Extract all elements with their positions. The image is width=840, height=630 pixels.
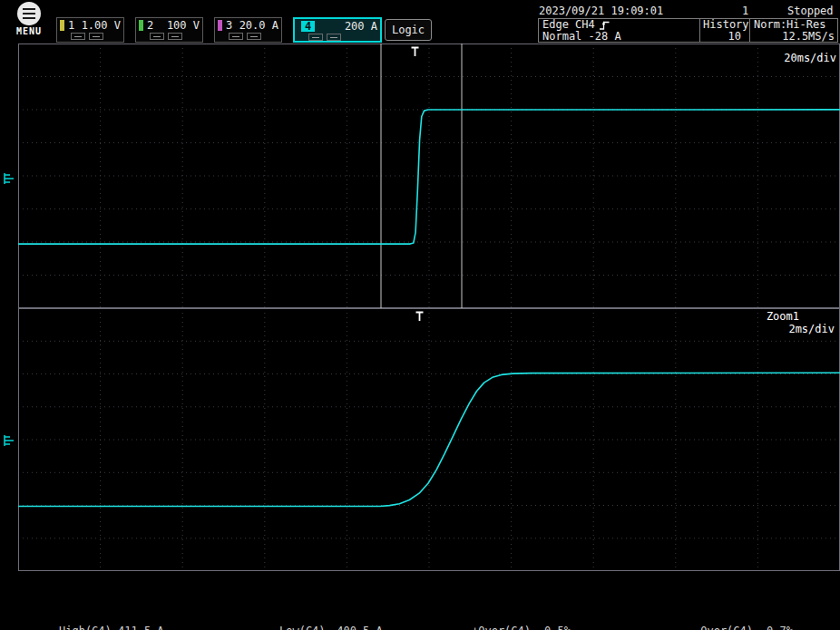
menu-label: MENU bbox=[9, 26, 49, 36]
channel-1-button[interactable]: 1 1.00 V bbox=[56, 17, 124, 43]
divider bbox=[699, 19, 700, 42]
trigger-status-panel[interactable]: Edge CH4 Normal -28 A History 10 Norm:Hi… bbox=[538, 18, 838, 43]
divider bbox=[749, 19, 750, 42]
zoom-timebase-label: 2ms/div bbox=[788, 323, 835, 335]
coupling-icon bbox=[308, 34, 323, 41]
pos-overshoot-value: 0.5% bbox=[544, 625, 571, 630]
coupling-icon bbox=[150, 33, 164, 40]
neg-overshoot-label: -Over(C4) bbox=[694, 625, 767, 630]
probe-icon bbox=[247, 33, 261, 40]
probe-icon bbox=[89, 33, 103, 40]
pos-overshoot-label: +Over(C4) bbox=[472, 625, 544, 630]
run-state-label: Stopped bbox=[787, 5, 834, 17]
high-label: High(C4) bbox=[59, 625, 118, 630]
history-label: History bbox=[703, 19, 749, 31]
trigger-mode-label: Normal -28 A bbox=[542, 31, 621, 43]
coupling-icon bbox=[71, 33, 85, 40]
trigger-position-marker[interactable] bbox=[415, 311, 425, 322]
channel-3-number: 3 bbox=[226, 20, 232, 31]
hamburger-menu-icon bbox=[17, 2, 41, 25]
neg-overshoot-value: 0.7% bbox=[767, 625, 793, 630]
channel-4-button[interactable]: 4 200 A bbox=[293, 17, 382, 43]
high-value: 411.5 A bbox=[118, 625, 164, 630]
menu-button[interactable]: MENU bbox=[9, 2, 49, 36]
rising-edge-icon bbox=[599, 20, 610, 31]
ch4-ground-marker[interactable] bbox=[2, 433, 15, 448]
probe-icon bbox=[168, 33, 182, 40]
channel-1-color-bar bbox=[60, 20, 64, 31]
channel-2-color-bar bbox=[139, 20, 143, 31]
trigger-position-marker[interactable] bbox=[410, 46, 420, 57]
channel-4-scale: 200 A bbox=[345, 21, 377, 32]
channel-3-color-bar bbox=[218, 20, 222, 31]
channel-2-scale: 100 V bbox=[167, 20, 200, 31]
channel-3-button[interactable]: 3 20.0 A bbox=[214, 17, 282, 43]
channel-3-scale: 20.0 A bbox=[239, 20, 278, 31]
channel-2-button[interactable]: 2 100 V bbox=[135, 17, 203, 43]
channel-4-number: 4 bbox=[301, 21, 315, 32]
ch4-ground-marker[interactable] bbox=[2, 171, 15, 186]
low-value: -400.5 A bbox=[330, 625, 383, 630]
zoom-waveform-area[interactable]: Zoom1 2ms/div bbox=[18, 308, 840, 571]
sample-rate-label: 12.5MS/s bbox=[782, 31, 835, 43]
zoom-window-label: Zoom1 bbox=[767, 310, 799, 323]
channel-1-number: 1 bbox=[68, 20, 74, 31]
coupling-icon bbox=[229, 33, 243, 40]
main-waveform-chart[interactable] bbox=[18, 44, 840, 308]
zoom-waveform-chart[interactable] bbox=[18, 308, 840, 571]
logic-button[interactable]: Logic bbox=[385, 19, 432, 41]
acquisition-count: 1 bbox=[742, 5, 748, 17]
main-waveform-area[interactable]: 20ms/div bbox=[18, 44, 840, 308]
channel-1-scale: 1.00 V bbox=[82, 20, 121, 31]
low-label: Low(C4) bbox=[279, 625, 330, 630]
channel-2-number: 2 bbox=[147, 20, 153, 31]
probe-icon bbox=[327, 34, 341, 41]
main-timebase-label: 20ms/div bbox=[784, 52, 836, 64]
datetime-label: 2023/09/21 19:09:01 bbox=[539, 5, 663, 17]
history-count: 10 bbox=[703, 31, 741, 43]
